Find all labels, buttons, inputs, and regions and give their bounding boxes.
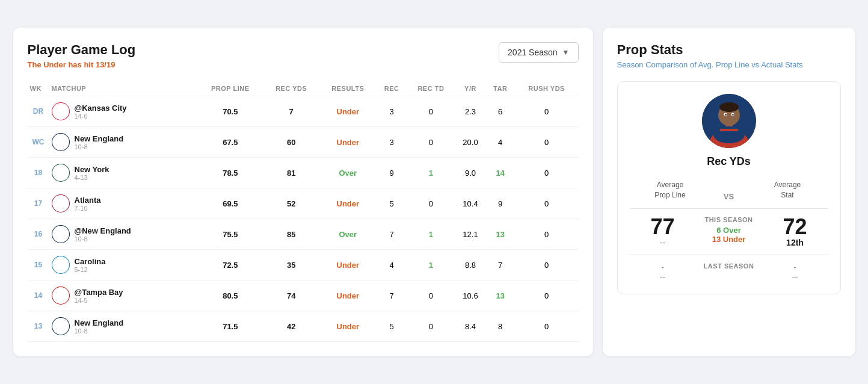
season-label: 2021 Season [508, 48, 558, 57]
last-prop-col: - -- [630, 262, 696, 282]
svg-text:NE: NE [58, 141, 64, 145]
yr-cell: 10.4 [455, 188, 485, 219]
tar-cell: 6 [486, 96, 515, 127]
vs-separator: VS [711, 180, 747, 201]
chevron-down-icon: ▼ [562, 48, 570, 57]
last-season-label-center: LAST SEASON [696, 262, 762, 270]
matchup-cell: NYJ New York 4-13 [49, 158, 197, 188]
matchup-info: Atlanta 7-10 [75, 196, 101, 212]
col-yr: Y/R [455, 81, 485, 96]
matchup-cell: NE New England 10-8 [49, 127, 197, 158]
result-cell: Over [319, 219, 377, 250]
col-rec: REC [377, 81, 407, 96]
matchup-info: New York 4-13 [75, 165, 109, 181]
divider-1 [630, 208, 828, 209]
rec-cell: 3 [377, 127, 407, 158]
team-logo: NE [52, 133, 70, 151]
team-logo: ATL [52, 194, 70, 212]
matchup-info: New England 10-8 [75, 318, 124, 335]
table-wrapper[interactable]: WK MATCHUP PROP LINE REC YDS RESULTS REC… [28, 81, 579, 342]
wk-cell: WC [28, 127, 49, 158]
result-cell: Under [319, 250, 377, 280]
panel-header: Player Game Log The Under has hit 13/19 … [28, 42, 579, 69]
stat-name: Rec YDs [630, 155, 828, 168]
page-title: Player Game Log [28, 42, 136, 58]
result-cell: Over [319, 158, 377, 188]
rush-yds-cell: 0 [515, 96, 579, 127]
wk-cell: 17 [28, 188, 49, 219]
result-cell: Under [319, 96, 377, 127]
table-row: 17 ATL Atlanta 7-10 69.552Under5010.490 [28, 188, 579, 219]
matchup-cell: TB @Tampa Bay 14-5 [49, 280, 197, 311]
avg-stat-col: AverageStat [747, 180, 828, 200]
table-row: DR KC @Kansas City 14-6 70.57Under302.36… [28, 96, 579, 127]
season-info-center: THIS SEASON 6 Over 13 Under [696, 216, 762, 244]
rec-td-cell: 0 [407, 127, 455, 158]
team-logo: CAR [52, 256, 70, 274]
wk-cell: DR [28, 96, 49, 127]
vs-label: VS [724, 192, 734, 201]
rec-yds-cell: 81 [263, 158, 319, 188]
yr-cell: 12.1 [455, 219, 485, 250]
rush-yds-cell: 0 [515, 311, 579, 342]
rec-yds-cell: 60 [263, 127, 319, 158]
rec-td-cell: 0 [407, 311, 455, 342]
team-logo: NYJ [52, 164, 70, 182]
col-rec-td: REC TD [407, 81, 455, 96]
rush-yds-cell: 0 [515, 127, 579, 158]
yr-cell: 2.3 [455, 96, 485, 127]
player-image [702, 94, 756, 148]
under-hit-text: The Under has hit 13/19 [28, 60, 136, 69]
last-prop-dash: -- [660, 272, 665, 282]
matchup-record: 14-6 [75, 113, 127, 120]
rush-yds-cell: 0 [515, 250, 579, 280]
prop-line-cell: 70.5 [197, 96, 263, 127]
left-panel: Player Game Log The Under has hit 13/19 … [13, 28, 593, 356]
matchup-cell: ATL Atlanta 7-10 [49, 188, 197, 219]
prop-line-cell: 72.5 [197, 250, 263, 280]
wk-cell: 15 [28, 250, 49, 280]
matchup-name: Carolina [75, 257, 106, 266]
avg-prop-line-label: AverageProp Line [630, 180, 711, 200]
tar-cell: 14 [486, 158, 515, 188]
season-dropdown[interactable]: 2021 Season ▼ [499, 42, 578, 63]
col-results: RESULTS [319, 81, 377, 96]
rec-yds-cell: 52 [263, 188, 319, 219]
prop-line-dash: -- [660, 238, 665, 247]
col-matchup: MATCHUP [49, 81, 197, 96]
svg-text:CAR: CAR [56, 264, 65, 268]
vs-row-headers: AverageProp Line VS AverageStat [630, 180, 828, 201]
matchup-cell: NE @New England 10-8 [49, 219, 197, 250]
rec-cell: 7 [377, 280, 407, 311]
over-count: 6 Over [716, 226, 740, 235]
last-season-label: LAST SEASON [704, 262, 754, 270]
rec-yds-cell: 74 [263, 280, 319, 311]
prop-line-cell: 69.5 [197, 188, 263, 219]
yr-cell: 10.6 [455, 280, 485, 311]
table-body: DR KC @Kansas City 14-6 70.57Under302.36… [28, 96, 579, 342]
svg-point-19 [719, 102, 739, 112]
tar-cell: 8 [486, 311, 515, 342]
matchup-cell: NE New England 10-8 [49, 311, 197, 342]
title-block: Player Game Log The Under has hit 13/19 [28, 42, 136, 69]
rec-td-cell: 1 [407, 219, 455, 250]
col-prop-line: PROP LINE [197, 81, 263, 96]
result-cell: Under [319, 311, 377, 342]
divider-2 [630, 255, 828, 255]
avg-prop-line-col: AverageProp Line [630, 180, 711, 200]
team-logo: NE [52, 225, 70, 243]
prop-line-block: 77 -- [630, 216, 696, 247]
matchup-info: New England 10-8 [75, 134, 124, 150]
svg-text:NYJ: NYJ [57, 172, 65, 176]
svg-text:ATL: ATL [57, 202, 65, 206]
main-container: Player Game Log The Under has hit 13/19 … [13, 28, 855, 356]
matchup-info: @Tampa Bay 14-5 [75, 288, 123, 304]
matchup-name: New England [75, 318, 124, 327]
result-cell: Under [319, 280, 377, 311]
rec-yds-cell: 7 [263, 96, 319, 127]
matchup-record: 10-8 [75, 143, 124, 150]
matchup-record: 10-8 [75, 327, 124, 335]
last-stat-col: - -- [762, 262, 828, 282]
wk-cell: 18 [28, 158, 49, 188]
matchup-record: 14-5 [75, 297, 123, 304]
